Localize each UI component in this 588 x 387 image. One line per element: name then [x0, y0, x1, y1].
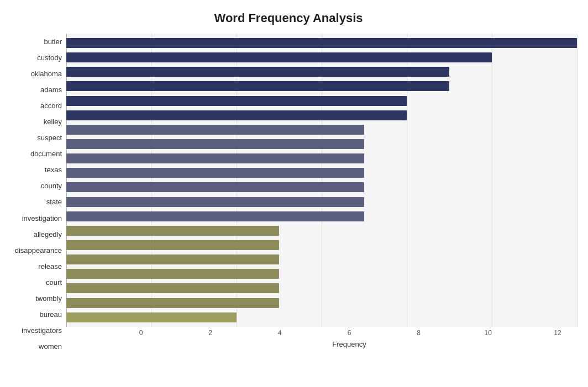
- bar-row: [66, 138, 577, 150]
- bar: [66, 81, 449, 91]
- bar-row: [66, 253, 577, 266]
- bar: [66, 255, 279, 264]
- y-label: texas: [45, 164, 62, 176]
- bar-row: [66, 268, 577, 280]
- x-tick-mark: 6: [341, 329, 358, 337]
- y-label: accord: [40, 100, 62, 112]
- y-label: county: [41, 180, 62, 192]
- y-axis: butlercustodyoklahomaadamsaccordkelleysu…: [0, 34, 66, 354]
- bar: [66, 153, 364, 163]
- bar: [66, 96, 407, 106]
- bars-grid-area: [66, 34, 577, 327]
- bar-row: [66, 109, 577, 121]
- y-label: adams: [40, 84, 62, 96]
- bar-row: [66, 210, 577, 222]
- bar: [66, 125, 364, 135]
- bar-row: [66, 181, 577, 193]
- bar-row: [66, 239, 577, 251]
- x-tick-mark: 12: [549, 329, 566, 337]
- y-label: investigation: [22, 212, 62, 224]
- y-label: allegedly: [34, 228, 62, 240]
- x-tick-mark: 2: [202, 329, 219, 337]
- bar: [66, 240, 279, 250]
- y-label: investigators: [22, 324, 62, 336]
- bar: [66, 312, 237, 322]
- bar-row: [66, 297, 577, 309]
- bar: [66, 269, 279, 279]
- y-label: twombly: [35, 292, 62, 304]
- bar: [66, 182, 364, 192]
- bar-row: [66, 196, 577, 208]
- bar: [66, 298, 279, 308]
- bar-row: [66, 311, 577, 324]
- x-tick-mark: 10: [480, 329, 496, 337]
- bar-row: [66, 37, 577, 49]
- y-label: women: [39, 340, 62, 352]
- bar-row: [66, 282, 577, 294]
- y-label: state: [46, 196, 62, 208]
- chart-container: Word Frequency Analysis butlercustodyokl…: [0, 0, 588, 387]
- bar-row: [66, 167, 577, 179]
- x-tick-mark: 8: [411, 329, 427, 337]
- bar-row: [66, 124, 577, 136]
- bar-row: [66, 51, 577, 63]
- bar-row: [66, 66, 577, 78]
- bar: [66, 67, 449, 77]
- y-label: kelley: [44, 116, 62, 128]
- bar-row: [66, 225, 577, 237]
- bar: [66, 52, 492, 62]
- bar: [66, 283, 279, 293]
- grid-line: [577, 34, 578, 327]
- bar: [66, 139, 364, 149]
- x-axis: 024681012 Frequency: [66, 327, 577, 354]
- bar-row: [66, 152, 577, 165]
- bar: [66, 168, 364, 178]
- bar: [66, 211, 364, 221]
- x-tick-mark: 0: [133, 329, 149, 337]
- y-label: custody: [37, 52, 62, 64]
- y-label: butler: [44, 36, 62, 48]
- y-label: document: [30, 148, 62, 160]
- y-label: release: [38, 260, 62, 272]
- bar: [66, 226, 279, 236]
- bar-row: [66, 80, 577, 92]
- x-tick-mark: 4: [271, 329, 288, 337]
- y-label: oklahoma: [31, 68, 62, 80]
- y-label: bureau: [40, 308, 62, 320]
- bar-row: [66, 95, 577, 107]
- y-label: court: [46, 276, 62, 288]
- y-label: suspect: [37, 132, 62, 144]
- y-label: disappearance: [15, 244, 62, 256]
- bar: [66, 197, 364, 207]
- bar: [66, 110, 407, 120]
- chart-title: Word Frequency Analysis: [0, 6, 577, 34]
- x-axis-label: Frequency: [133, 340, 566, 348]
- bar: [66, 38, 577, 48]
